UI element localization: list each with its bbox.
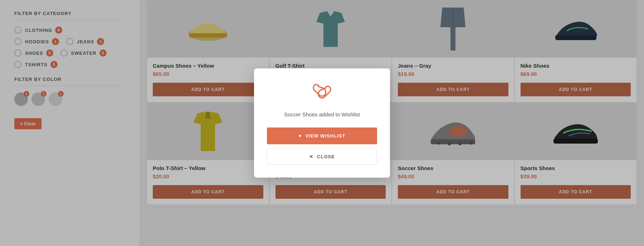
page-wrapper: FILTER BY CATEGORY CLOTHING 9 HOODIES 1 … (0, 0, 644, 246)
close-label: CLOSE (317, 154, 335, 159)
heart-icon-btn: ♥ (299, 133, 302, 139)
modal-message: Soccer Shoes added to Wishlist (284, 111, 360, 117)
close-modal-button[interactable]: ✕ CLOSE (267, 149, 377, 165)
close-icon-btn: ✕ (309, 154, 313, 159)
wishlist-modal: Soccer Shoes added to Wishlist ♥ VIEW WI… (254, 68, 390, 178)
view-wishlist-label: VIEW WISHLIST (305, 133, 345, 139)
wishlist-heart-icon (311, 83, 333, 101)
view-wishlist-button[interactable]: ♥ VIEW WISHLIST (267, 127, 377, 144)
wishlist-icon (311, 83, 333, 104)
modal-overlay: Soccer Shoes added to Wishlist ♥ VIEW WI… (0, 0, 644, 246)
